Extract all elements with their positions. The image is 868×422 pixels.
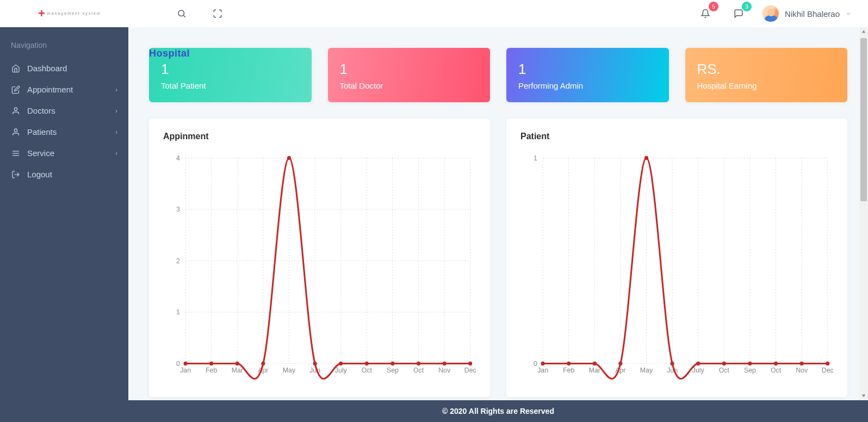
chart-panels: Appinment01234JanFebMarAprMayJunJulyOctS… [149, 119, 847, 397]
stat-label: Hospital Earning [697, 81, 836, 90]
svg-text:July: July [692, 367, 705, 374]
sidebar-item-logout[interactable]: Logout [0, 164, 128, 185]
svg-text:0: 0 [534, 360, 537, 368]
svg-text:0: 0 [176, 360, 180, 368]
svg-text:Oct: Oct [362, 367, 373, 374]
sidebar-item-label: Service [27, 148, 54, 158]
svg-text:July: July [335, 367, 348, 374]
svg-point-46 [287, 156, 291, 160]
svg-point-85 [618, 362, 622, 365]
scroll-down-icon [861, 394, 866, 398]
svg-text:May: May [283, 367, 296, 374]
svg-point-88 [696, 362, 700, 365]
svg-point-49 [365, 362, 369, 365]
chevron-right-icon: › [115, 86, 117, 94]
chevron-down-icon [845, 10, 852, 17]
sidebar-item-label: Dashboard [27, 64, 67, 73]
sidebar-item-patients[interactable]: Patients› [0, 121, 128, 142]
svg-text:Oct: Oct [413, 367, 424, 374]
stat-label: Total Patient [161, 81, 300, 90]
svg-point-82 [541, 362, 544, 365]
svg-line-1 [183, 15, 185, 17]
sidebar-item-dashboard[interactable]: Dashboard [0, 58, 128, 79]
stat-value: RS. [697, 61, 836, 78]
stat-value: 1 [161, 61, 300, 78]
svg-point-3 [14, 129, 17, 132]
svg-point-44 [235, 362, 239, 365]
logo-cross-icon: + [38, 8, 45, 20]
svg-point-92 [800, 362, 804, 365]
user-menu[interactable]: Nikhil Bhalerao [762, 5, 852, 22]
svg-text:Sep: Sep [744, 367, 756, 374]
chart-panel-appinment: Appinment01234JanFebMarAprMayJunJulyOctS… [149, 119, 490, 397]
chevron-right-icon: › [115, 128, 117, 136]
svg-point-0 [178, 10, 184, 16]
scroll-thumb[interactable] [860, 38, 867, 201]
svg-point-87 [671, 362, 674, 365]
logo-subtitle: management system [47, 11, 101, 15]
svg-point-43 [209, 362, 213, 365]
svg-text:Oct: Oct [771, 367, 782, 374]
stat-label: Performing Admin [518, 81, 657, 90]
svg-point-89 [722, 362, 726, 365]
topbar-left-icons [172, 4, 227, 23]
stat-value: 1 [518, 61, 657, 78]
nav-header: Navigation [0, 41, 128, 58]
sidebar-item-label: Logout [27, 170, 52, 179]
notifications-button[interactable]: 5 [696, 4, 715, 23]
edit-icon [11, 85, 21, 94]
svg-point-51 [417, 362, 420, 365]
svg-point-45 [261, 362, 265, 365]
user-name: Nikhil Bhalerao [785, 9, 840, 18]
fullscreen-button[interactable] [208, 4, 227, 23]
chart-panel-patient: Patient01JanFebMarAprMayJunJulyOctSepOct… [506, 119, 847, 397]
logo-title: Hospital [128, 27, 868, 59]
svg-text:1: 1 [534, 154, 537, 162]
svg-text:Feb: Feb [206, 367, 217, 374]
bell-icon [700, 9, 710, 18]
svg-point-91 [774, 362, 778, 365]
svg-text:2: 2 [176, 257, 180, 265]
sidebar: Navigation DashboardAppointment›Doctors›… [0, 27, 128, 422]
svg-text:3: 3 [176, 206, 180, 213]
home-icon [11, 64, 21, 73]
svg-text:Feb: Feb [563, 367, 574, 374]
avatar [762, 5, 779, 22]
logo[interactable]: + Hospital management system [38, 8, 101, 20]
search-icon [177, 9, 187, 18]
svg-text:Dec: Dec [464, 367, 476, 374]
svg-point-83 [567, 362, 571, 365]
svg-text:Nov: Nov [796, 367, 808, 374]
svg-text:1: 1 [176, 308, 180, 316]
stat-value: 1 [340, 61, 479, 78]
svg-point-90 [748, 362, 752, 365]
svg-text:Nov: Nov [438, 367, 451, 374]
chart-canvas: 01JanFebMarAprMayJunJulyOctSepOctNovDec [520, 152, 833, 381]
chevron-right-icon: › [115, 107, 117, 115]
logout-icon [11, 170, 21, 179]
search-button[interactable] [172, 4, 191, 23]
svg-text:Jan: Jan [537, 367, 548, 374]
topbar: + Hospital management system 5 3 Nikhil … [0, 0, 868, 27]
logo-text: Hospital management system [47, 13, 101, 15]
person-icon [11, 128, 21, 136]
messages-badge: 3 [742, 2, 752, 11]
messages-button[interactable]: 3 [729, 4, 748, 23]
svg-text:May: May [640, 367, 653, 374]
sidebar-item-appointment[interactable]: Appointment› [0, 79, 128, 100]
chart-title: Appinment [163, 132, 476, 141]
scrollbar[interactable] [859, 27, 868, 400]
svg-text:4: 4 [176, 154, 180, 162]
chart-canvas: 01234JanFebMarAprMayJunJulyOctSepOctNovD… [163, 152, 476, 381]
sidebar-item-service[interactable]: Service› [0, 142, 128, 164]
footer-text: © 2020 All Rights are Reserved [442, 407, 554, 415]
svg-point-86 [644, 156, 648, 160]
svg-point-84 [593, 362, 597, 365]
svg-text:Sep: Sep [387, 367, 399, 374]
sidebar-item-label: Patients [27, 127, 57, 136]
sidebar-item-doctors[interactable]: Doctors› [0, 100, 128, 121]
svg-point-50 [390, 362, 394, 365]
sidebar-item-label: Doctors [27, 106, 55, 115]
notifications-badge: 5 [709, 2, 718, 11]
stat-label: Total Doctor [340, 81, 479, 90]
